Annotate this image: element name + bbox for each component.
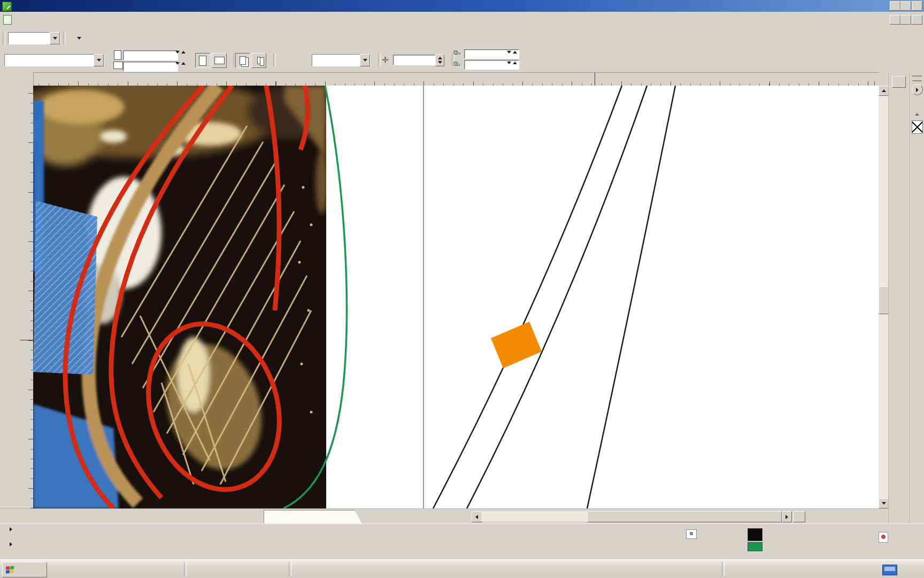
vertical-ruler[interactable] [20, 86, 34, 508]
palette-flyout-button[interactable] [912, 84, 923, 95]
minimize-button[interactable] [890, 1, 900, 11]
hscroll-right-button[interactable] [782, 511, 792, 522]
dup-x-spinner[interactable] [513, 51, 517, 54]
units-value [312, 55, 360, 66]
maximize-button[interactable] [900, 1, 911, 11]
doc-restore-button[interactable] [900, 15, 911, 25]
toolbar-separator [63, 31, 66, 45]
status-expand-arrow[interactable] [10, 527, 12, 531]
dup-y-spinner[interactable] [513, 62, 517, 64]
zoom-level-value [9, 33, 50, 44]
vertical-scroll-thumb[interactable] [879, 286, 889, 314]
page-width-dropdown[interactable] [175, 51, 180, 54]
toolbar-separator [3, 31, 5, 45]
duplicate-x-icon: ⧉ₓ [453, 49, 461, 56]
page-size-dropdown-arrow[interactable] [94, 54, 104, 66]
drawing-canvas[interactable] [33, 86, 879, 508]
add-page-button-right[interactable] [244, 511, 257, 521]
first-page-button[interactable] [78, 511, 91, 521]
color-palette [909, 72, 924, 523]
nudge-spinner[interactable] [435, 54, 444, 66]
collapse-dockers-button[interactable] [892, 76, 906, 88]
page-width-spinner[interactable] [181, 51, 186, 54]
fill-color-swatch [748, 528, 763, 541]
doc-minimize-button[interactable] [890, 15, 900, 25]
page-size-value [5, 55, 94, 66]
color-proof-page-icon [879, 532, 888, 543]
page-height-icon [113, 62, 123, 69]
scroll-up-button[interactable] [879, 86, 889, 96]
zoom-dropdown-arrow[interactable] [50, 32, 60, 44]
page-width-icon [114, 50, 121, 60]
menu-bar [0, 12, 924, 28]
windows-taskbar [0, 559, 924, 578]
green-trace-curve[interactable] [283, 86, 346, 508]
title-bar[interactable] [0, 0, 924, 12]
previous-page-button[interactable] [104, 511, 117, 521]
vertical-scrollbar[interactable] [879, 86, 888, 508]
horizontal-scroll-thumb[interactable] [587, 511, 782, 522]
units-combo[interactable] [312, 54, 371, 66]
vector-objects-layer[interactable] [33, 86, 879, 508]
palette-scroll-up[interactable] [912, 111, 922, 117]
page-navigation-bar [0, 508, 879, 524]
options-icon[interactable] [86, 31, 101, 45]
units-dropdown-arrow[interactable] [360, 54, 370, 66]
nudge-offset-field[interactable] [393, 55, 438, 65]
proof-status-icon [686, 529, 697, 539]
all-pages-button[interactable] [235, 53, 250, 68]
snap-to-dropdown[interactable] [68, 37, 86, 40]
last-page-button[interactable] [224, 511, 236, 521]
current-page-button[interactable] [251, 53, 266, 68]
start-button[interactable] [2, 562, 47, 577]
property-bar: ✛ ⧉ₓ ⧉ᵧ [0, 48, 924, 73]
nudge-offset-icon: ✛ [382, 55, 389, 65]
add-page-button[interactable] [62, 511, 75, 521]
scroll-down-button[interactable] [879, 498, 889, 508]
horizontal-scrollbar[interactable] [481, 511, 782, 521]
corel-app-icon [2, 2, 12, 11]
page-counter [135, 511, 186, 521]
cursor-position-marker-v [20, 340, 33, 340]
portrait-orientation-button[interactable] [195, 53, 210, 68]
landscape-orientation-button[interactable] [212, 53, 227, 68]
coreldraw-window: ✛ ⧉ₓ ⧉ᵧ [0, 0, 924, 578]
hscroll-left-button[interactable] [472, 511, 482, 522]
orange-rectangle-object[interactable] [491, 322, 542, 368]
document-navigator-button[interactable] [793, 511, 805, 522]
doc-close-button[interactable] [912, 15, 922, 25]
page-height-field[interactable] [123, 62, 178, 72]
profiles-expand-arrow[interactable] [10, 542, 12, 546]
ruler-row [0, 72, 924, 86]
dup-y-dropdown[interactable] [507, 62, 511, 64]
page-height-dropdown[interactable] [175, 62, 180, 65]
tray-monitor-icon[interactable] [882, 565, 897, 575]
page-size-combo[interactable] [4, 54, 104, 66]
document-icon [3, 15, 12, 25]
page-height-spinner[interactable] [181, 62, 186, 65]
dup-x-dropdown[interactable] [507, 51, 511, 54]
horizontal-ruler[interactable] [33, 72, 879, 87]
status-bar [0, 523, 924, 560]
outline-color-swatch [748, 542, 763, 551]
windows-logo-icon [6, 566, 14, 574]
page-tab-strona-1[interactable] [264, 510, 362, 524]
close-button[interactable] [912, 1, 922, 11]
toolbox [0, 86, 21, 508]
black-trace-curves[interactable] [433, 86, 675, 508]
palette-drag-handle[interactable] [912, 75, 922, 81]
no-color-swatch[interactable] [912, 120, 923, 134]
page-width-field[interactable] [123, 50, 178, 60]
duplicate-y-icon: ⧉ᵧ [453, 60, 460, 67]
cursor-position-marker-h [595, 73, 595, 86]
standard-toolbar [0, 28, 924, 49]
next-page-button[interactable] [202, 511, 215, 521]
zoom-level-combo[interactable] [8, 32, 60, 44]
docker-strip [888, 72, 910, 523]
